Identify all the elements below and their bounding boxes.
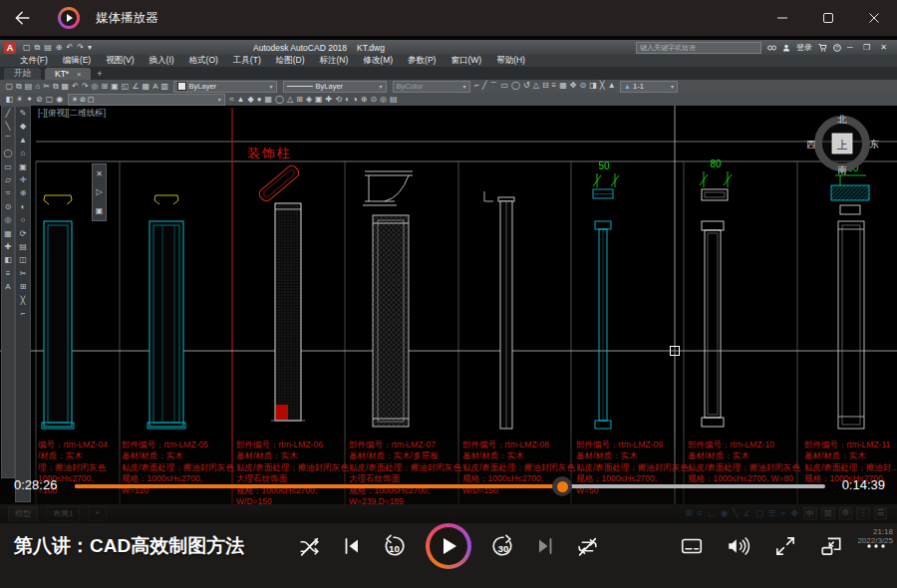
toolbar-icon[interactable]: ▤ bbox=[390, 95, 398, 104]
menu-item[interactable]: 修改(M) bbox=[363, 55, 393, 67]
toolbar-icon[interactable]: ◑ bbox=[353, 95, 358, 104]
play-button[interactable] bbox=[426, 523, 471, 569]
layout-tab[interactable]: 布局1 bbox=[46, 506, 80, 521]
modify-tool-icon[interactable]: ▤ bbox=[19, 240, 27, 253]
toolbar-icon[interactable]: ● bbox=[257, 95, 262, 104]
toolbar-icon[interactable]: ◱ bbox=[122, 82, 130, 92]
toolbar-icon[interactable]: ⊕ bbox=[361, 95, 368, 104]
modify-tool-icon[interactable]: ⟳ bbox=[20, 227, 27, 240]
status-chip[interactable]: ☰ bbox=[874, 507, 887, 520]
lineweight-dropdown[interactable]: ByColor▾ bbox=[393, 81, 470, 93]
toolbar-icon[interactable]: ✚ bbox=[326, 95, 333, 104]
fullscreen-button[interactable] bbox=[773, 534, 797, 558]
modify-tool-icon[interactable]: ╳ bbox=[21, 294, 26, 307]
toolbar-icon[interactable]: ▤ bbox=[25, 82, 33, 92]
menu-item[interactable]: 编辑(E) bbox=[63, 55, 91, 67]
acad-window-buttons-icon[interactable]: ─ ❒ ✕ bbox=[847, 43, 891, 52]
tab-document[interactable]: KT*× bbox=[45, 68, 91, 80]
tab-close-icon[interactable]: × bbox=[77, 71, 81, 78]
draw-tool-icon[interactable]: ⊙ bbox=[5, 200, 12, 213]
toolbar-icon[interactable]: A bbox=[152, 82, 157, 92]
toolbar-icon[interactable]: ▲ bbox=[608, 81, 616, 92]
cart-icon[interactable] bbox=[818, 44, 827, 52]
color-dropdown[interactable]: ByLayer▾ bbox=[173, 81, 277, 93]
skip-back-10-button[interactable]: 10 bbox=[382, 534, 406, 558]
draw-tool-icon[interactable]: ╱ bbox=[6, 107, 11, 120]
float-tool-icon[interactable]: ▷ bbox=[96, 187, 102, 196]
toolbar-icon[interactable]: ☀ bbox=[16, 95, 23, 104]
draw-tool-icon[interactable]: ╲ bbox=[6, 120, 11, 133]
float-tool-icon[interactable]: ✕ bbox=[96, 169, 103, 178]
toolbar-icon[interactable]: ↷ bbox=[82, 82, 89, 92]
layout-tab[interactable]: 模型 bbox=[8, 506, 38, 521]
user-icon[interactable] bbox=[782, 44, 790, 52]
video-frame[interactable]: A ▢⧉▤⊕↶↷▾ Autodesk AutoCAD 2018KT.dwg 登录… bbox=[0, 36, 897, 523]
toolbar-icon[interactable]: ▭ bbox=[501, 81, 509, 92]
toolbar-icon[interactable]: ⊟ bbox=[542, 81, 549, 92]
modify-tool-icon[interactable]: ○ bbox=[21, 213, 26, 226]
close-button[interactable] bbox=[851, 0, 897, 36]
toolbar-icon[interactable]: ⊘ bbox=[36, 95, 43, 104]
modify-tool-icon[interactable]: ⊞ bbox=[20, 280, 27, 293]
status-toggle-icon[interactable]: ☰ bbox=[768, 508, 776, 519]
status-toggle-icon[interactable]: ∟ bbox=[708, 508, 716, 519]
status-toggle-icon[interactable]: ≡ bbox=[698, 508, 703, 519]
mini-player-button[interactable] bbox=[819, 534, 843, 558]
status-toggle-icon[interactable]: ◉ bbox=[721, 508, 728, 519]
draw-tool-icon[interactable]: ◎ bbox=[5, 213, 12, 226]
linetype-dropdown[interactable]: ByLayer▾ bbox=[283, 81, 387, 93]
modify-tool-icon[interactable]: ◐ bbox=[21, 200, 26, 213]
toolbar-icon[interactable]: △ bbox=[533, 81, 539, 92]
drawing-canvas[interactable]: [-][俯视][二维线框] ╱╲⌒◯▭▱≈⊙◎▦✚◧≡A ✎◆▲⌂▣✛⊕◐○⟳▤… bbox=[0, 106, 897, 504]
toolbar-icon[interactable]: ▢ bbox=[46, 95, 54, 104]
menu-item[interactable]: 文件(F) bbox=[20, 55, 48, 67]
toolbar-icon[interactable]: ⧉ bbox=[16, 82, 22, 92]
seek-bar[interactable] bbox=[75, 484, 825, 488]
draw-tool-icon[interactable]: ≈ bbox=[6, 186, 10, 199]
toolbar-icon[interactable]: ▦ bbox=[143, 82, 150, 92]
scale-dropdown[interactable]: ▲1-1▾ bbox=[620, 81, 678, 93]
modify-tool-icon[interactable]: ⊕ bbox=[20, 186, 27, 199]
draw-tool-icon[interactable]: ▱ bbox=[5, 173, 11, 186]
modify-tool-icon[interactable]: ✎ bbox=[20, 107, 27, 120]
toolbar-icon[interactable]: ╱ bbox=[482, 81, 487, 92]
draw-tool-icon[interactable]: ≡ bbox=[6, 267, 11, 280]
menu-item[interactable]: 绘图(D) bbox=[276, 55, 305, 67]
modify-tool-icon[interactable]: ◫ bbox=[19, 253, 27, 266]
tab-start[interactable]: 开始 bbox=[4, 68, 41, 80]
toolbar-icon[interactable]: ◨ bbox=[589, 81, 597, 92]
toolbar-icon[interactable]: ⟲ bbox=[335, 95, 342, 104]
toolbar-icon[interactable]: ≈ bbox=[229, 95, 233, 104]
modify-tool-icon[interactable]: ◆ bbox=[20, 120, 26, 133]
volume-button[interactable] bbox=[726, 534, 751, 558]
skip-forward-30-button[interactable]: 30 bbox=[491, 534, 515, 558]
toolbar-icon[interactable]: ◎ bbox=[92, 82, 99, 92]
menu-item[interactable]: 帮助(H) bbox=[496, 55, 525, 67]
toolbar-icon[interactable]: ✦ bbox=[26, 95, 33, 104]
toolbar-icon[interactable]: ◯ bbox=[275, 95, 284, 104]
help-icon[interactable]: ? bbox=[833, 44, 841, 52]
status-chip[interactable]: 中 bbox=[803, 507, 817, 520]
status-toggle-icon[interactable]: ╲ bbox=[733, 508, 738, 519]
previous-button[interactable] bbox=[341, 535, 363, 557]
next-button[interactable] bbox=[534, 535, 556, 557]
toolbar-icon[interactable]: ▲ bbox=[237, 95, 245, 104]
menu-item[interactable]: 窗口(W) bbox=[450, 55, 481, 67]
modify-tool-icon[interactable]: ⌐ bbox=[21, 307, 26, 320]
draw-tool-icon[interactable]: ✚ bbox=[5, 240, 12, 253]
draw-tool-icon[interactable]: ◯ bbox=[4, 147, 13, 159]
status-chip[interactable]: 简 bbox=[821, 507, 835, 520]
layer-dropdown[interactable]: ☀ ⊘ ▢▾ bbox=[68, 94, 225, 106]
binoculars-icon[interactable] bbox=[767, 44, 776, 52]
toolbar-icon[interactable]: ⊙ bbox=[580, 81, 587, 92]
toolbar-icon[interactable]: ◐ bbox=[345, 95, 350, 104]
shuffle-off-button[interactable] bbox=[298, 535, 321, 558]
draw-tool-icon[interactable]: ⌒ bbox=[4, 134, 12, 147]
toolbar-icon[interactable]: ▥ bbox=[160, 82, 168, 92]
search-input[interactable] bbox=[636, 42, 761, 54]
modify-tool-icon[interactable]: ▲ bbox=[19, 134, 27, 147]
menu-item[interactable]: 视图(V) bbox=[106, 55, 134, 67]
status-chip[interactable]: ⋮ bbox=[856, 507, 870, 520]
toolbar-icon[interactable]: ⊞ bbox=[296, 95, 303, 104]
draw-tool-icon[interactable]: ▦ bbox=[4, 227, 12, 240]
